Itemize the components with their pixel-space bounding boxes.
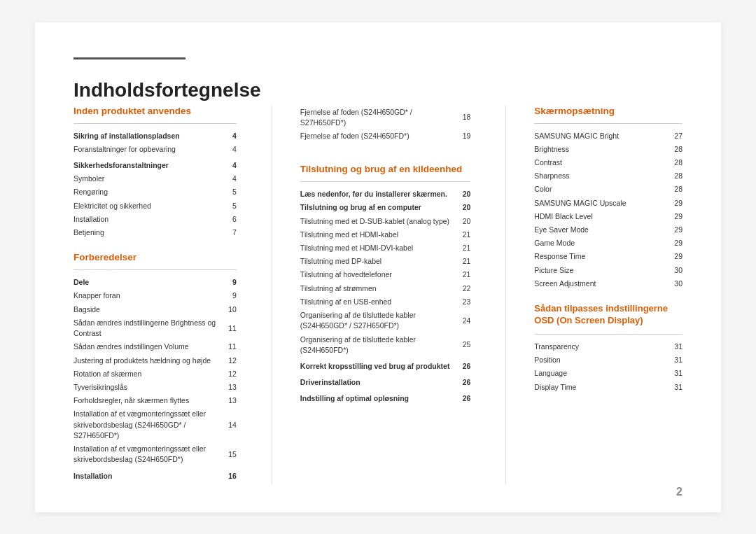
item-label: Language	[534, 367, 668, 380]
list-item: Position31	[534, 353, 682, 367]
item-page: 23	[456, 295, 470, 309]
page-title: Indholdsfortegnelse	[74, 79, 682, 101]
item-page: 28	[668, 183, 682, 196]
list-item: Sikkerhedsforanstaltninger4	[74, 159, 237, 172]
item-label: Sharpness	[534, 169, 668, 183]
item-label: Installation	[74, 213, 223, 226]
list-item: Bagside10	[74, 303, 237, 316]
item-page: 29	[668, 250, 682, 263]
item-page: 25	[456, 333, 470, 357]
item-page: 29	[668, 223, 682, 237]
item-label: Position	[534, 353, 668, 367]
list-item: Dele9	[74, 276, 237, 289]
item-page: 21	[456, 268, 470, 281]
list-item: Tilslutning og brug af en computer20	[300, 201, 470, 214]
list-item: Organisering af de tilsluttede kabler (S…	[300, 309, 470, 332]
item-page: 29	[668, 210, 682, 223]
section-osd-title: Sådan tilpasses indstillingerne OSD (On …	[534, 303, 682, 327]
list-item: Tilslutning med et D-SUB-kablet (analog …	[300, 215, 470, 228]
item-page: 31	[668, 367, 682, 380]
item-label: Indstilling af optimal opløsning	[300, 392, 456, 405]
item-label: Installation	[74, 470, 223, 483]
list-item: Korrekt kropsstilling ved brug af produk…	[300, 360, 470, 373]
item-label: Tilslutning med et HDMI-kabel	[300, 228, 456, 241]
item-page: 13	[223, 381, 237, 394]
item-label: Installation af et vægmonteringssæt elle…	[74, 407, 223, 442]
item-page: 22	[456, 282, 470, 295]
divider-1	[272, 106, 272, 484]
list-item: Color28	[534, 183, 682, 196]
item-page: 29	[668, 197, 682, 210]
item-label: Tilslutning med et HDMI-DVI-kabel	[300, 241, 456, 255]
item-page: 31	[668, 353, 682, 367]
item-page: 21	[456, 241, 470, 255]
page-number: 2	[676, 486, 682, 498]
item-page: 20	[456, 215, 470, 228]
item-page: 11	[223, 316, 237, 340]
list-item: Installation af et vægmonteringssæt elle…	[74, 442, 237, 466]
item-page: 20	[456, 188, 470, 201]
list-item: Picture Size30	[534, 264, 682, 277]
list-item: Justering af produktets hældning og højd…	[74, 354, 237, 367]
item-label: Dele	[74, 276, 223, 289]
section-forberedelser-title: Forberedelser	[74, 252, 237, 262]
item-page: 16	[223, 483, 237, 484]
item-label: Sådan ændres indstillingen Volume	[74, 340, 223, 353]
section-inden-table: Sikring af installationspladsen4Foransta…	[74, 129, 237, 240]
item-label: Organisering af de tilsluttede kabler (S…	[300, 309, 456, 332]
item-page: 28	[668, 169, 682, 183]
section-skaerm-title: Skærmopsætning	[534, 106, 682, 116]
title-underline	[74, 57, 186, 59]
item-page: 12	[223, 354, 237, 367]
item-page: 14	[223, 407, 237, 442]
item-label: Knapper foran	[74, 289, 223, 302]
list-item: Montering af soklen (S24H650GD* / S27H65…	[74, 483, 237, 484]
list-item: HDMI Black Level29	[534, 210, 682, 223]
item-label: Symboler	[74, 172, 223, 185]
section-tilslutning: Tilslutning og brug af en kildeenhed Læs…	[300, 164, 470, 406]
item-page: 5	[223, 199, 237, 213]
item-label: SAMSUNG MAGIC Bright	[534, 129, 668, 143]
list-item: Betjening7	[74, 226, 237, 239]
list-item: Eye Saver Mode29	[534, 223, 682, 237]
column-2: Fjernelse af foden (S24H650GD* / S27H650…	[286, 106, 491, 484]
item-label: Color	[534, 183, 668, 196]
item-label: Tilslutning af strømmen	[300, 282, 456, 295]
col2-top-table: Fjernelse af foden (S24H650GD* / S27H650…	[300, 106, 470, 143]
item-label: Tilslutning med et D-SUB-kablet (analog …	[300, 215, 456, 228]
item-page: 28	[668, 143, 682, 156]
item-label: Display Time	[534, 381, 668, 394]
list-item: Tyverisikringslås13	[74, 381, 237, 394]
item-label: Game Mode	[534, 237, 668, 250]
list-item: Forholdsregler, når skærmen flyttes13	[74, 394, 237, 407]
item-page: 19	[456, 129, 470, 143]
item-page: 12	[223, 367, 237, 381]
divider-2	[505, 106, 506, 484]
item-label: Sådan ændres indstillingerne Brightness …	[74, 316, 223, 340]
item-page: 13	[223, 394, 237, 407]
item-label: Installation af et vægmonteringssæt elle…	[74, 442, 223, 466]
item-page: 28	[668, 156, 682, 169]
item-label: Tilslutning af en USB-enhed	[300, 295, 456, 309]
list-item: Installation6	[74, 213, 237, 226]
item-label: Eye Saver Mode	[534, 223, 668, 237]
item-label: Screen Adjustment	[534, 277, 668, 290]
list-item: Transparency31	[534, 340, 682, 353]
item-label: Tilslutning af hovedtelefoner	[300, 268, 456, 281]
item-page: 24	[456, 309, 470, 332]
item-page: 21	[456, 255, 470, 268]
list-item: Display Time31	[534, 381, 682, 394]
column-1: Inden produktet anvendes Sikring af inst…	[74, 106, 258, 484]
item-page: 10	[223, 303, 237, 316]
column-3: Skærmopsætning SAMSUNG MAGIC Bright27Bri…	[520, 106, 682, 484]
list-item: Elektricitet og sikkerhed5	[74, 199, 237, 213]
list-item: Fjernelse af foden (S24H650GD* / S27H650…	[300, 106, 470, 129]
item-page: 20	[456, 201, 470, 214]
list-item: Sharpness28	[534, 169, 682, 183]
section-inden: Inden produktet anvendes Sikring af inst…	[74, 106, 237, 240]
list-item: Sikring af installationspladsen4	[74, 129, 237, 143]
item-label: Picture Size	[534, 264, 668, 277]
list-item: SAMSUNG MAGIC Bright27	[534, 129, 682, 143]
col2-top-items: Fjernelse af foden (S24H650GD* / S27H650…	[300, 106, 470, 143]
item-label: Contrast	[534, 156, 668, 169]
